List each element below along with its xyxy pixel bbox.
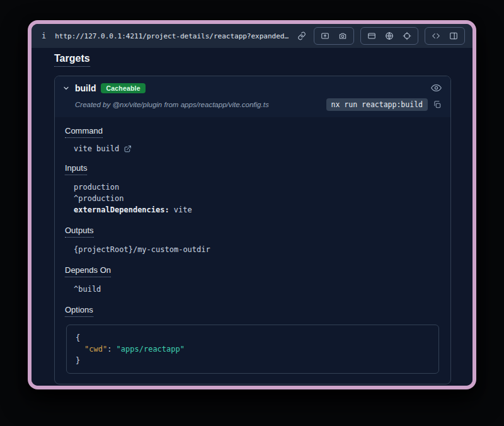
chevron-down-icon[interactable] bbox=[62, 84, 70, 92]
input-item: production bbox=[74, 181, 440, 193]
dev-icon-group bbox=[425, 27, 465, 45]
command-value: vite build bbox=[74, 144, 119, 153]
eye-icon[interactable] bbox=[431, 83, 442, 93]
screen-share-icon[interactable] bbox=[319, 30, 331, 42]
capture-icon-group bbox=[314, 27, 354, 45]
cacheable-badge: Cacheable bbox=[101, 83, 145, 93]
crosshair-icon[interactable] bbox=[401, 30, 413, 42]
link-icon[interactable] bbox=[296, 30, 307, 42]
options-code-block: { "cwd": "apps/reactapp" } bbox=[66, 325, 439, 374]
camera-icon[interactable] bbox=[337, 30, 348, 42]
browser-titlebar: i http://127.0.0.1:4211/project-details/… bbox=[32, 24, 472, 48]
external-link-icon[interactable] bbox=[123, 145, 132, 153]
titlebar-actions bbox=[296, 27, 465, 45]
section-inputs: Inputs bbox=[65, 163, 440, 175]
project-details-page: Targets build Cacheable Created by @nx/v… bbox=[32, 48, 472, 387]
section-depends-on: Depends On bbox=[65, 265, 440, 277]
input-item: ^production bbox=[74, 193, 440, 204]
run-command-chip: nx run reactapp:build bbox=[326, 98, 428, 111]
view-icon-group bbox=[360, 27, 418, 45]
section-options: Options bbox=[65, 305, 440, 317]
build-card-header: build Cacheable Created by @nx/vite/plug… bbox=[55, 76, 450, 117]
created-by-text: Created by @nx/vite/plugin from apps/rea… bbox=[75, 101, 269, 108]
address-bar-url[interactable]: http://127.0.0.1:4211/project-details/re… bbox=[55, 32, 290, 40]
globe-icon[interactable] bbox=[384, 30, 395, 42]
info-icon: i bbox=[39, 32, 49, 40]
code-icon[interactable] bbox=[430, 30, 442, 42]
output-item: {projectRoot}/my-custom-outdir bbox=[74, 244, 440, 255]
split-view-icon[interactable] bbox=[448, 30, 459, 42]
window-icon[interactable] bbox=[366, 30, 377, 42]
copy-icon[interactable] bbox=[433, 100, 442, 109]
build-card-body: Command vite build Inputs production ^pr… bbox=[55, 117, 450, 384]
section-outputs: Outputs bbox=[65, 226, 440, 238]
target-name[interactable]: build bbox=[75, 83, 96, 93]
browser-window: i http://127.0.0.1:4211/project-details/… bbox=[28, 20, 476, 389]
input-item: externalDependencies:vite bbox=[74, 204, 440, 216]
build-target-card: build Cacheable Created by @nx/vite/plug… bbox=[54, 76, 451, 384]
section-command: Command bbox=[65, 126, 440, 138]
depends-on-item: ^build bbox=[74, 284, 440, 295]
page-title: Targets bbox=[54, 53, 451, 67]
options-cwd-line: "cwd": "apps/reactapp" bbox=[76, 343, 430, 355]
